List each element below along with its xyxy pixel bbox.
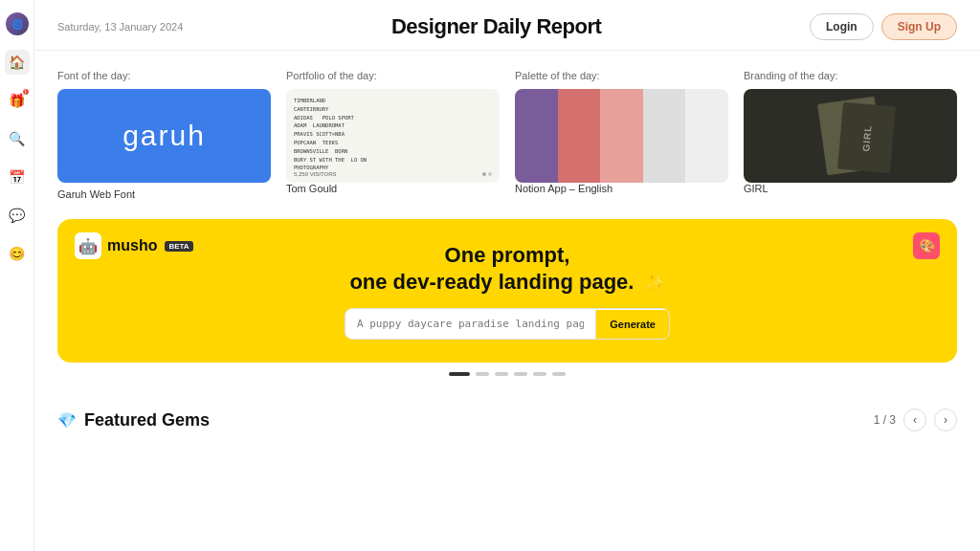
portfolio-nav-dots [482, 172, 492, 176]
portfolio-visitors: 5,250 VISITORS [294, 171, 337, 177]
chat-icon: 💬 [9, 208, 25, 223]
home-icon: 🏠 [9, 55, 25, 70]
pag-dot-3[interactable] [495, 372, 508, 376]
musho-beta-badge: BETA [165, 241, 192, 252]
main-content: Saturday, 13 January 2024 Designer Daily… [34, 0, 980, 551]
portfolio-bottom-bar: 5,250 VISITORS [294, 171, 492, 177]
portfolio-of-day-card: Portfolio of the day: TIMBERLANDCANTEIRB… [286, 70, 500, 200]
palette-label: Palette of the day: [515, 70, 728, 81]
header: Saturday, 13 January 2024 Designer Daily… [34, 0, 980, 51]
featured-page-label: 1 / 3 [874, 413, 896, 427]
featured-next-button[interactable]: › [934, 408, 957, 431]
header-date: Saturday, 13 January 2024 [57, 21, 183, 33]
featured-gems-title: Featured Gems [84, 410, 210, 430]
branding-label: Branding of the day: [744, 70, 957, 81]
branding-book-2-text: GIRL [859, 124, 872, 152]
palette-card-title: Notion App – English [515, 183, 728, 194]
sparkle-icon: ✨ [644, 273, 665, 295]
portfolio-dot-2 [488, 172, 492, 176]
sidebar-home[interactable]: 🏠 [5, 50, 30, 75]
featured-prev-button[interactable]: ‹ [903, 408, 926, 431]
emoji-icon: 😊 [9, 246, 25, 261]
banner-line1: One prompt, [445, 243, 570, 267]
font-of-day-card: Font of the day: garuh Garuh Web Font [57, 70, 271, 200]
pag-dot-2[interactable] [476, 372, 489, 376]
banner-wrapper: 🤖 musho BETA 🎨 One prompt, one dev-ready… [57, 219, 957, 386]
featured-section: 💎 Featured Gems 1 / 3 ‹ › [57, 401, 957, 431]
user-avatar: 🌀 [6, 12, 29, 35]
palette-card-image[interactable] [515, 89, 728, 183]
sidebar-emoji[interactable]: 😊 [5, 241, 30, 266]
portfolio-dot-1 [482, 172, 486, 176]
header-actions: Login Sign Up [810, 13, 957, 40]
pag-dot-6[interactable] [552, 372, 566, 376]
sidebar-calendar[interactable]: 📅 [5, 165, 30, 189]
signup-button[interactable]: Sign Up [881, 13, 957, 40]
portfolio-card-image[interactable]: TIMBERLANDCANTEIRBURYADIDAS POLO SPORTAD… [286, 89, 500, 183]
portfolio-text-block: TIMBERLANDCANTEIRBURYADIDAS POLO SPORTAD… [294, 97, 492, 172]
pag-dot-4[interactable] [514, 372, 527, 376]
banner-input-row: Generate [345, 308, 670, 340]
palette-icon: 🎨 [919, 238, 935, 253]
portfolio-card-title: Tom Gould [286, 183, 500, 194]
garuh-font-text: garuh [122, 120, 206, 152]
palette-strip-1 [515, 89, 558, 183]
banner-headline: One prompt, one dev-ready landing page. … [349, 242, 664, 295]
font-card-image[interactable]: garuh [57, 89, 271, 183]
daily-cards-section: Font of the day: garuh Garuh Web Font Po… [57, 70, 957, 200]
musho-logo-text: musho [107, 237, 157, 254]
musho-banner: 🤖 musho BETA 🎨 One prompt, one dev-ready… [57, 219, 957, 363]
sidebar-avatar[interactable]: 🌀 [5, 11, 30, 36]
palette-strip-5 [685, 89, 728, 183]
font-label: Font of the day: [57, 70, 271, 81]
palette-strip-3 [600, 89, 643, 183]
musho-robot-icon: 🤖 [75, 232, 101, 259]
palette-strip-2 [558, 89, 601, 183]
sidebar-chat[interactable]: 💬 [5, 203, 30, 228]
banner-line2: one dev-ready landing page. [349, 270, 634, 294]
portfolio-label: Portfolio of the day: [286, 70, 500, 81]
musho-top-right-icon: 🎨 [913, 232, 940, 259]
branding-book-2: GIRL [837, 102, 896, 174]
generate-button[interactable]: Generate [595, 310, 669, 339]
page-title: Designer Daily Report [391, 14, 601, 39]
pag-dot-5[interactable] [533, 372, 546, 376]
branding-of-day-card: Branding of the day: GIRL GIRL GIRL [744, 70, 957, 200]
sidebar-notification[interactable]: 🎁 ! [5, 88, 30, 113]
gem-icon: 💎 [57, 411, 77, 430]
featured-nav: 1 / 3 ‹ › [874, 408, 957, 431]
musho-logo-area: 🤖 musho BETA [75, 232, 193, 259]
banner-input[interactable] [345, 309, 595, 339]
login-button[interactable]: Login [810, 13, 874, 40]
sidebar: 🌀 🏠 🎁 ! 🔍 📅 💬 😊 [0, 0, 34, 551]
featured-title-area: 💎 Featured Gems [57, 410, 210, 430]
search-icon: 🔍 [9, 131, 25, 146]
pagination-dots [57, 363, 957, 386]
branding-card-title: GIRL [744, 183, 957, 194]
palette-strip-4 [643, 89, 686, 183]
palette-of-day-card: Palette of the day: Notion App – English [515, 70, 728, 200]
pag-dot-1[interactable] [449, 372, 470, 376]
sidebar-search[interactable]: 🔍 [5, 126, 30, 151]
calendar-icon: 📅 [9, 169, 25, 185]
notification-badge: ! [22, 88, 30, 96]
font-card-title: Garuh Web Font [57, 188, 271, 200]
gift-icon: 🎁 [9, 93, 25, 108]
branding-card-image[interactable]: GIRL GIRL [744, 89, 957, 183]
content-area: Font of the day: garuh Garuh Web Font Po… [34, 51, 980, 431]
